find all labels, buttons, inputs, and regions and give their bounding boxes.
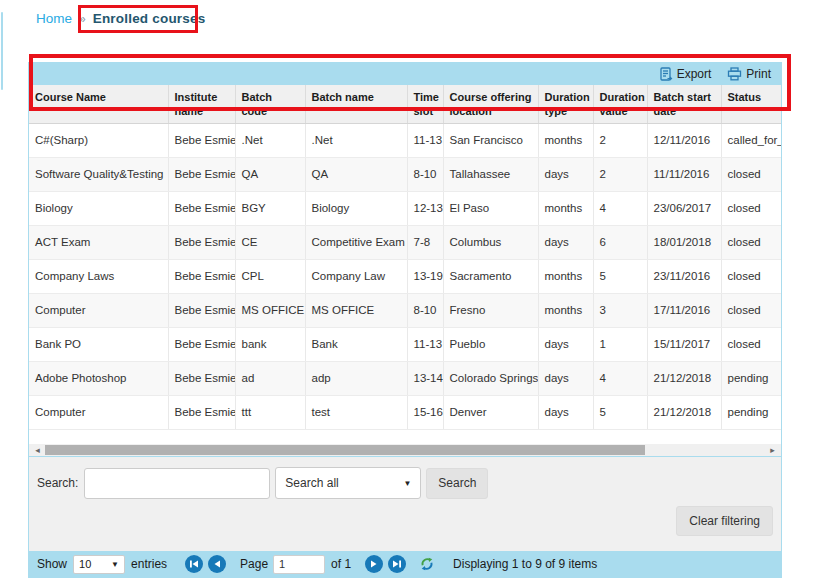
table-cell: days bbox=[538, 395, 593, 429]
table-cell: 11-13 bbox=[407, 123, 443, 157]
table-cell: 12/11/2016 bbox=[647, 123, 721, 157]
table-cell: 15-16 bbox=[407, 395, 443, 429]
table-cell: BGY bbox=[235, 191, 305, 225]
table-cell: months bbox=[538, 191, 593, 225]
table-cell: 8-10 bbox=[407, 157, 443, 191]
table-cell: months bbox=[538, 123, 593, 157]
refresh-button[interactable] bbox=[419, 556, 435, 572]
table-body: C#(Sharp)Bebe Esmie.Net.Net11-13San Fran… bbox=[29, 123, 781, 429]
page-number-input[interactable] bbox=[273, 555, 325, 574]
table-cell: 13-14 bbox=[407, 361, 443, 395]
table-cell: Colorado Springs bbox=[443, 361, 538, 395]
column-header[interactable]: Status bbox=[721, 85, 781, 123]
scrollbar-thumb[interactable] bbox=[45, 445, 645, 455]
table-cell: bank bbox=[235, 327, 305, 361]
table-cell: Company Laws bbox=[29, 259, 168, 293]
print-button[interactable]: Print bbox=[727, 67, 771, 81]
column-header[interactable]: Institute name bbox=[168, 85, 235, 123]
table-cell: days bbox=[538, 157, 593, 191]
table-cell: 21/12/2018 bbox=[647, 361, 721, 395]
column-header[interactable]: Time slot bbox=[407, 85, 443, 123]
last-page-button[interactable] bbox=[388, 555, 406, 573]
table-cell: 4 bbox=[593, 361, 647, 395]
table-cell: Sacramento bbox=[443, 259, 538, 293]
table-cell: QA bbox=[235, 157, 305, 191]
previous-page-button[interactable] bbox=[208, 555, 226, 573]
table-cell: Company Law bbox=[305, 259, 407, 293]
page-size-select[interactable]: 10 ▼ bbox=[73, 555, 125, 574]
search-field-select[interactable]: Search all ▼ bbox=[275, 467, 421, 499]
table-cell: closed bbox=[721, 225, 781, 259]
table-cell: Biology bbox=[29, 191, 168, 225]
table-row[interactable]: Software Quality&TestingBebe EsmieQAQA8-… bbox=[29, 157, 781, 191]
table-row[interactable]: ComputerBebe Esmiettttest15-16Denverdays… bbox=[29, 395, 781, 429]
table-cell: closed bbox=[721, 293, 781, 327]
table-cell: 5 bbox=[593, 259, 647, 293]
column-header[interactable]: Course Name bbox=[29, 85, 168, 123]
column-header[interactable]: Batch code bbox=[235, 85, 305, 123]
table-cell: Computer bbox=[29, 395, 168, 429]
column-header[interactable]: Batch name bbox=[305, 85, 407, 123]
breadcrumb-separator: » bbox=[79, 12, 86, 26]
breadcrumb-home-link[interactable]: Home bbox=[36, 11, 72, 26]
page-size-value: 10 bbox=[79, 558, 91, 570]
table-cell: days bbox=[538, 361, 593, 395]
column-header[interactable]: Duration value bbox=[593, 85, 647, 123]
next-page-icon bbox=[369, 559, 379, 569]
table-cell: 1 bbox=[593, 327, 647, 361]
table-cell: 6 bbox=[593, 225, 647, 259]
last-page-icon bbox=[392, 559, 402, 569]
table-cell: Bank PO bbox=[29, 327, 168, 361]
table-cell: closed bbox=[721, 191, 781, 225]
column-header[interactable]: Batch start date bbox=[647, 85, 721, 123]
previous-page-icon bbox=[212, 559, 222, 569]
table-cell: Bebe Esmie bbox=[168, 361, 235, 395]
breadcrumb: Home » Enrolled courses bbox=[36, 11, 205, 26]
chevron-down-icon: ▼ bbox=[403, 479, 411, 488]
column-header[interactable]: Duration type bbox=[538, 85, 593, 123]
search-input[interactable] bbox=[84, 468, 270, 499]
horizontal-scrollbar[interactable]: ◂ ▸ bbox=[29, 444, 781, 457]
column-header[interactable]: Course offering location bbox=[443, 85, 538, 123]
table-row[interactable]: C#(Sharp)Bebe Esmie.Net.Net11-13San Fran… bbox=[29, 123, 781, 157]
table-cell: 17/11/2016 bbox=[647, 293, 721, 327]
table-header-row: Course NameInstitute nameBatch codeBatch… bbox=[29, 85, 781, 123]
table-cell: days bbox=[538, 225, 593, 259]
next-page-button[interactable] bbox=[365, 555, 383, 573]
table-cell: 2 bbox=[593, 157, 647, 191]
table-row[interactable]: BiologyBebe EsmieBGYBiology12-13El Pasom… bbox=[29, 191, 781, 225]
first-page-button[interactable] bbox=[185, 555, 203, 573]
table-cell: Bebe Esmie bbox=[168, 327, 235, 361]
table-row[interactable]: Bank POBebe EsmiebankBank11-13Pueblodays… bbox=[29, 327, 781, 361]
table-row[interactable]: Adobe PhotoshopBebe Esmieadadp13-14Color… bbox=[29, 361, 781, 395]
table-cell: 23/11/2016 bbox=[647, 259, 721, 293]
table-cell: Bebe Esmie bbox=[168, 157, 235, 191]
displaying-status-text: Displaying 1 to 9 of 9 items bbox=[453, 557, 597, 571]
table-cell: Bebe Esmie bbox=[168, 225, 235, 259]
table-cell: adp bbox=[305, 361, 407, 395]
table-cell: .Net bbox=[305, 123, 407, 157]
table-cell: ad bbox=[235, 361, 305, 395]
table-row[interactable]: Company LawsBebe EsmieCPLCompany Law13-1… bbox=[29, 259, 781, 293]
table-row[interactable]: ComputerBebe EsmieMS OFFICEMS OFFICE8-10… bbox=[29, 293, 781, 327]
table-cell: closed bbox=[721, 157, 781, 191]
search-button[interactable]: Search bbox=[426, 468, 488, 499]
page: Home » Enrolled courses Export bbox=[0, 0, 830, 586]
clear-filtering-button[interactable]: Clear filtering bbox=[676, 506, 773, 536]
table-cell: called_for_a bbox=[721, 123, 781, 157]
table-cell: months bbox=[538, 293, 593, 327]
export-button[interactable]: Export bbox=[659, 67, 712, 82]
table-cell: 7-8 bbox=[407, 225, 443, 259]
table-cell: San Francisco bbox=[443, 123, 538, 157]
table-cell: 3 bbox=[593, 293, 647, 327]
table-cell: Denver bbox=[443, 395, 538, 429]
scroll-right-arrow-icon[interactable]: ▸ bbox=[766, 444, 779, 456]
table-row[interactable]: ACT ExamBebe EsmieCECompetitive Exam7-8C… bbox=[29, 225, 781, 259]
table-cell: Bank bbox=[305, 327, 407, 361]
table-cell: 18/01/2018 bbox=[647, 225, 721, 259]
table-cell: days bbox=[538, 327, 593, 361]
table-cell: CE bbox=[235, 225, 305, 259]
table-cell: pending bbox=[721, 395, 781, 429]
scroll-left-arrow-icon[interactable]: ◂ bbox=[31, 444, 44, 456]
table-cell: Bebe Esmie bbox=[168, 191, 235, 225]
